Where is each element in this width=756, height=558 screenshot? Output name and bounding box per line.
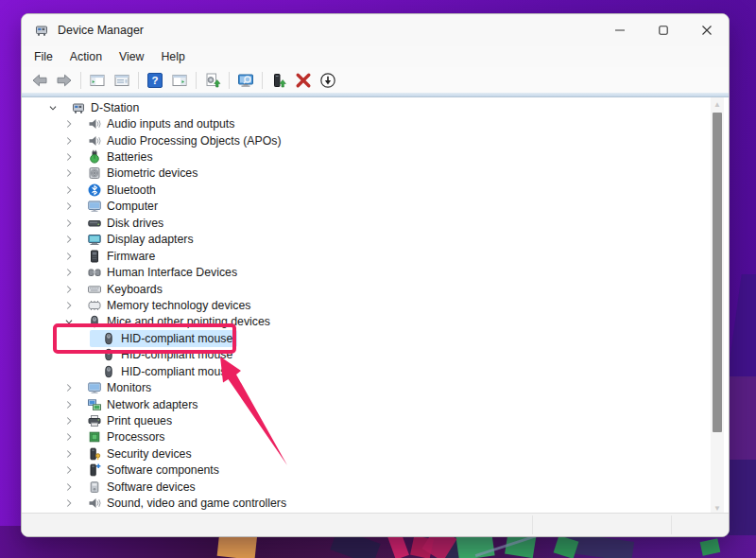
tree-item-batteries[interactable]: Batteries <box>22 148 710 165</box>
vertical-scrollbar[interactable]: ▲ ▼ <box>711 97 724 514</box>
menu-file[interactable]: File <box>26 46 61 67</box>
tree-item-hid-compliant-mouse[interactable]: HID-compliant mouse <box>22 347 710 363</box>
tree-item-body[interactable]: HID-compliant mouse <box>90 330 237 347</box>
tree-item-disk-drives[interactable]: Disk drives <box>22 215 710 231</box>
tree-item-body[interactable]: Batteries <box>76 148 158 166</box>
tree-item-body[interactable]: Audio Processing Objects (APOs) <box>76 132 286 149</box>
chevron-right-icon[interactable] <box>62 250 76 263</box>
tree-item-label: Display adapters <box>107 233 194 246</box>
close-button[interactable] <box>685 14 729 46</box>
tree-item-security-devices[interactable]: Security devices <box>22 445 710 462</box>
tree-item-body[interactable]: Firmware <box>76 248 160 265</box>
chevron-right-icon[interactable] <box>62 166 76 180</box>
tree-item-computer[interactable]: Computer <box>22 199 710 215</box>
disable-device-button[interactable] <box>317 69 339 92</box>
tree-item-display-adapters[interactable]: Display adapters <box>22 232 710 248</box>
menu-action[interactable]: Action <box>61 46 111 67</box>
scroll-up-icon[interactable]: ▲ <box>711 97 724 111</box>
tree-item-body[interactable]: D-Station <box>60 99 144 116</box>
tree-item-keyboards[interactable]: Keyboards <box>22 281 710 297</box>
scrollbar-thumb[interactable] <box>713 113 722 432</box>
tree-item-network-adapters[interactable]: Network adapters <box>22 396 710 412</box>
tree-item-firmware[interactable]: Firmware <box>22 248 710 264</box>
tree-item-biometric-devices[interactable]: Biometric devices <box>22 166 710 182</box>
tree-item-body[interactable]: Print queues <box>76 412 177 429</box>
chevron-right-icon[interactable] <box>62 299 76 312</box>
tree-item-body[interactable]: Processors <box>76 428 170 445</box>
chevron-right-icon[interactable] <box>62 414 76 427</box>
chevron-right-icon[interactable] <box>62 283 76 296</box>
tree-item-body[interactable]: Disk drives <box>76 215 168 232</box>
scan-hardware-changes-button[interactable] <box>234 69 257 92</box>
tree-item-d-station[interactable]: D-Station <box>22 99 710 115</box>
tree-item-mice-and-other-pointing-devices[interactable]: Mice and other pointing devices <box>22 314 710 330</box>
chevron-right-icon[interactable] <box>62 117 76 131</box>
tree-item-body[interactable]: Memory technology devices <box>76 297 255 314</box>
tree-item-monitors[interactable]: Monitors <box>22 379 710 395</box>
chevron-right-icon[interactable] <box>62 480 76 494</box>
tree-item-software-devices[interactable]: Software devices <box>22 479 710 495</box>
tree-item-body[interactable]: Bluetooth <box>76 182 161 199</box>
content-area: D-StationAudio inputs and outputsAudio P… <box>22 97 729 514</box>
forward-button[interactable] <box>53 69 76 92</box>
update-driver-button[interactable] <box>201 69 224 92</box>
tree-item-bluetooth[interactable]: Bluetooth <box>22 182 710 198</box>
tree-item-body[interactable]: Human Interface Devices <box>76 264 242 281</box>
menu-help[interactable]: Help <box>152 46 193 67</box>
tree-item-body[interactable]: Biometric devices <box>76 165 202 182</box>
add-drivers-button[interactable] <box>267 69 290 92</box>
minimize-button[interactable] <box>598 14 642 46</box>
show-console-tree-button[interactable] <box>86 69 109 92</box>
chevron-right-icon[interactable] <box>62 398 76 411</box>
tree-item-hid-compliant-mouse[interactable]: HID-compliant mouse <box>22 363 710 379</box>
tree-item-body[interactable]: Sound, video and game controllers <box>76 495 291 512</box>
tree-item-processors[interactable]: Processors <box>22 429 710 445</box>
properties-button[interactable] <box>111 69 133 92</box>
add-drivers-icon <box>270 72 287 89</box>
tree-item-body[interactable]: Keyboards <box>76 281 167 298</box>
chevron-right-icon[interactable] <box>62 183 76 197</box>
uninstall-device-button[interactable] <box>292 69 315 92</box>
tree-item-label: Sound, video and game controllers <box>107 497 286 510</box>
tree-item-sound-video-and-game-controllers[interactable]: Sound, video and game controllers <box>22 496 710 512</box>
chevron-right-icon[interactable] <box>62 150 76 164</box>
chevron-right-icon[interactable] <box>62 430 76 444</box>
chevron-right-icon[interactable] <box>62 381 76 394</box>
help-button[interactable]: ? <box>144 69 166 92</box>
chevron-down-icon[interactable] <box>46 101 60 114</box>
chevron-right-icon[interactable] <box>62 266 76 279</box>
tree-item-audio-inputs-and-outputs[interactable]: Audio inputs and outputs <box>22 115 710 131</box>
tree-item-body[interactable]: Network adapters <box>76 396 202 413</box>
tree-item-memory-technology-devices[interactable]: Memory technology devices <box>22 297 710 313</box>
chevron-right-icon[interactable] <box>62 134 76 148</box>
chevron-right-icon[interactable] <box>62 447 76 461</box>
menu-view[interactable]: View <box>111 46 152 67</box>
tree-item-body[interactable]: Computer <box>76 198 163 215</box>
tree-item-body[interactable]: HID-compliant mouse <box>90 363 237 380</box>
tree-item-body[interactable]: Audio inputs and outputs <box>76 115 239 132</box>
title-bar[interactable]: Device Manager <box>22 14 729 46</box>
chevron-right-icon[interactable] <box>62 497 76 510</box>
chevron-right-icon[interactable] <box>62 217 76 230</box>
battery-icon <box>87 149 102 165</box>
tree-item-audio-processing-objects-apos[interactable]: Audio Processing Objects (APOs) <box>22 132 710 148</box>
toolbar-separator <box>262 72 263 89</box>
tree-item-body[interactable]: HID-compliant mouse <box>90 346 237 363</box>
tree-item-body[interactable]: Software devices <box>76 479 200 496</box>
tree-item-body[interactable]: Mice and other pointing devices <box>76 313 275 330</box>
maximize-button[interactable] <box>642 14 685 46</box>
chevron-right-icon[interactable] <box>62 233 76 246</box>
chevron-right-icon[interactable] <box>62 463 76 477</box>
tree-item-print-queues[interactable]: Print queues <box>22 412 710 428</box>
tree-item-body[interactable]: Security devices <box>76 445 197 462</box>
chevron-down-icon[interactable] <box>62 315 76 328</box>
tree-item-body[interactable]: Software components <box>76 462 224 479</box>
back-button[interactable] <box>28 69 51 92</box>
tree-item-human-interface-devices[interactable]: Human Interface Devices <box>22 264 710 280</box>
chevron-right-icon[interactable] <box>62 200 76 213</box>
tree-item-software-components[interactable]: Software components <box>22 462 710 479</box>
tree-item-body[interactable]: Monitors <box>76 379 156 396</box>
action-pane-button[interactable] <box>168 69 191 92</box>
tree-item-hid-compliant-mouse[interactable]: HID-compliant mouse <box>22 330 710 346</box>
tree-item-body[interactable]: Display adapters <box>76 231 198 248</box>
